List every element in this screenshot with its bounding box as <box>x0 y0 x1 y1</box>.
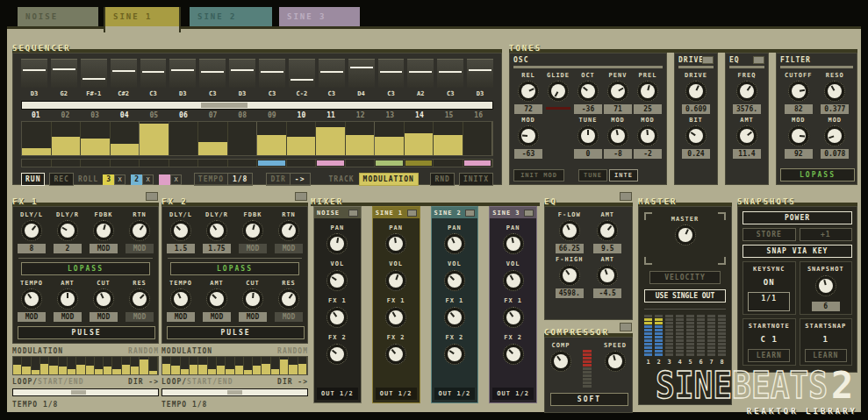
roll-x-toggle[interactable]: X <box>142 174 154 185</box>
fx-2-knob[interactable] <box>503 344 524 365</box>
fx1-tempo-label[interactable]: TEMPO 1/8 <box>12 401 159 409</box>
mod-knob[interactable] <box>788 125 809 146</box>
roll-cell[interactable] <box>111 160 140 167</box>
velocity-cell[interactable] <box>316 122 346 155</box>
velocity-cell[interactable] <box>434 122 463 155</box>
mod-bar-cell[interactable] <box>244 357 253 374</box>
start-end-label[interactable]: START/END <box>38 378 83 386</box>
eq-led[interactable] <box>753 56 764 64</box>
compressor-led[interactable] <box>620 323 632 331</box>
fx2-led[interactable] <box>295 192 307 201</box>
vol-knob[interactable] <box>326 270 348 291</box>
knob-knob[interactable] <box>815 275 836 296</box>
mod-bar-cell[interactable] <box>122 357 131 374</box>
vol-knob[interactable] <box>385 270 406 291</box>
dly-l-knob[interactable] <box>170 220 191 241</box>
drive-led[interactable] <box>702 56 714 64</box>
value-box[interactable]: 0.24 <box>682 149 710 159</box>
channel-led[interactable] <box>348 210 358 217</box>
out-label[interactable]: OUT 1/2 <box>317 388 358 400</box>
velocity-cell[interactable] <box>140 122 169 155</box>
fx2-lopass-button[interactable]: LOPASS <box>170 262 300 275</box>
value-box[interactable]: MOD <box>203 312 231 322</box>
note-slider[interactable] <box>407 59 434 88</box>
prel-knob[interactable] <box>637 81 658 102</box>
value-box[interactable]: 92 <box>785 149 813 159</box>
glide-knob[interactable] <box>548 81 569 102</box>
store-button[interactable]: STORE <box>742 228 796 241</box>
rel-knob[interactable] <box>518 81 539 102</box>
tab-sine2[interactable]: SINE 2 <box>190 7 272 26</box>
mod-bar-cell[interactable] <box>76 357 85 374</box>
roll-cell[interactable] <box>81 160 111 167</box>
mod-bar-cell[interactable] <box>95 357 104 374</box>
note-slider[interactable] <box>81 59 107 88</box>
slider-thumb[interactable] <box>71 390 86 395</box>
velocity-cell[interactable] <box>346 122 376 155</box>
note-slider[interactable] <box>378 59 405 88</box>
tab-sine1[interactable]: SINE 1 <box>104 7 181 26</box>
out-label[interactable]: OUT 1/2 <box>492 388 534 400</box>
oct-knob[interactable] <box>577 81 599 102</box>
mod-bar-cell[interactable] <box>59 357 68 374</box>
roll-cell[interactable] <box>228 160 258 167</box>
roll-cell[interactable] <box>169 160 199 167</box>
value-box[interactable]: 0.377 <box>821 104 849 114</box>
cut-knob[interactable] <box>93 288 114 310</box>
amt-knob[interactable] <box>206 288 227 310</box>
value-box[interactable]: MOD <box>126 312 154 322</box>
tune-knob[interactable] <box>577 125 599 146</box>
mod-knob[interactable] <box>824 125 845 146</box>
bit-knob[interactable] <box>685 125 707 146</box>
dly-r-knob[interactable] <box>206 220 227 241</box>
value-box[interactable]: 71 <box>604 104 632 114</box>
value-box[interactable]: -63 <box>514 149 542 159</box>
velocity-cell[interactable] <box>463 122 493 155</box>
value-box[interactable]: 72 <box>514 104 542 114</box>
value-box[interactable]: 66.25 <box>556 244 584 253</box>
value-box[interactable]: 82 <box>785 104 813 114</box>
value-box[interactable]: 25 <box>634 104 662 114</box>
roll-chip[interactable]: 2 <box>131 174 142 185</box>
tempo-knob[interactable] <box>21 288 42 310</box>
dly-l-knob[interactable] <box>21 220 42 241</box>
out-label[interactable]: OUT 1/2 <box>376 388 417 400</box>
dir-value[interactable]: -> <box>291 174 310 185</box>
note-slider[interactable] <box>467 59 493 88</box>
speed-knob[interactable] <box>605 351 626 372</box>
note-slider[interactable] <box>319 59 345 88</box>
mod-bar-cell[interactable] <box>181 357 190 374</box>
init-mod-button[interactable]: INIT MOD <box>513 169 564 182</box>
value-box[interactable]: 4598. <box>556 288 584 298</box>
fx1-led[interactable] <box>146 192 158 201</box>
roll-cell[interactable] <box>52 160 82 167</box>
value-box[interactable]: MOD <box>54 312 82 322</box>
velocity-cell[interactable] <box>22 122 52 155</box>
amt-knob[interactable] <box>597 220 618 241</box>
fx-2-knob[interactable] <box>326 344 348 365</box>
mod-bar-cell[interactable] <box>49 357 58 374</box>
mod-bar-cell[interactable] <box>171 357 180 374</box>
roll-cell[interactable] <box>316 160 346 167</box>
res-knob[interactable] <box>129 288 150 310</box>
roll-cell[interactable] <box>287 160 317 167</box>
mod-bar-cell[interactable] <box>262 357 270 374</box>
vol-knob[interactable] <box>503 270 524 291</box>
channel-led[interactable] <box>407 210 417 217</box>
mod-knob[interactable] <box>607 125 628 146</box>
startsnap-learn-button[interactable]: LEARN <box>805 349 847 362</box>
mod-knob[interactable] <box>637 125 658 146</box>
mod-bar-cell[interactable] <box>22 357 31 374</box>
reso-knob[interactable] <box>824 81 845 102</box>
drive-knob[interactable] <box>685 81 707 102</box>
f-low-knob[interactable] <box>559 220 580 241</box>
velocity-cell[interactable] <box>257 122 287 155</box>
comp-knob[interactable] <box>550 351 571 372</box>
velocity-cell[interactable] <box>81 122 111 155</box>
fx-1-knob[interactable] <box>503 307 524 328</box>
fx2-pulse-button[interactable]: PULSE <box>167 326 305 339</box>
velocity-cell[interactable] <box>405 122 434 155</box>
inte-button[interactable]: INTE <box>609 169 638 182</box>
note-slider[interactable] <box>348 59 375 88</box>
f-high-knob[interactable] <box>559 265 580 286</box>
